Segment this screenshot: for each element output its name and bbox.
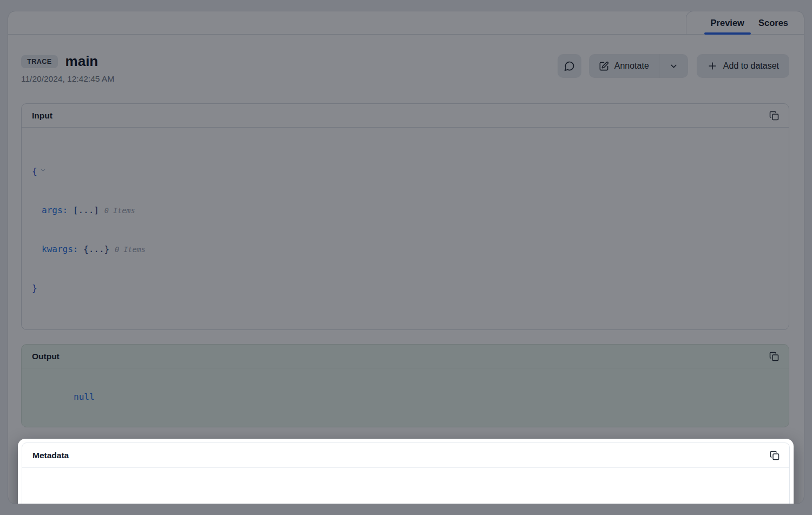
annotate-split-button: Annotate <box>589 54 688 78</box>
trace-header: TRACE main 11/20/2024, 12:42:45 AM <box>21 53 789 84</box>
output-json-viewer: null <box>22 368 789 427</box>
trace-actions: Annotate Add to dataset <box>558 54 789 78</box>
output-section-header: Output <box>22 345 789 368</box>
trace-type-badge: TRACE <box>21 55 58 68</box>
tabs-container: Preview Scores <box>686 11 804 34</box>
tab-preview[interactable]: Preview <box>704 11 751 34</box>
json-open-brace[interactable]: { <box>32 166 37 176</box>
json-key: kwargs: <box>42 244 78 254</box>
trace-timestamp: 11/20/2024, 12:42:45 AM <box>21 74 114 84</box>
output-section: Output null <box>21 344 789 427</box>
collapse-chevron-icon[interactable] <box>40 166 47 176</box>
comment-button[interactable] <box>558 54 581 78</box>
metadata-section-header: Metadata <box>22 443 789 468</box>
annotate-dropdown-button[interactable] <box>659 54 688 78</box>
metadata-section: Metadata { context: "@@@langfuseMedia:ty… <box>22 443 790 504</box>
json-collapsed-array[interactable]: [...] <box>73 205 99 215</box>
metadata-json-viewer: { context: "@@@langfuseMedia:type=applic… <box>22 468 789 504</box>
json-line: } <box>32 282 778 295</box>
square-pen-icon <box>599 61 609 71</box>
input-json-viewer: { args: [...] 0 Items kwargs: {...} 0 It… <box>22 128 789 329</box>
json-line: kwargs: {...} 0 Items <box>32 243 778 256</box>
copy-icon <box>769 111 779 121</box>
trace-detail-panel: Preview Scores TRACE main 11/20/2024, 12… <box>8 11 804 504</box>
page-title: main <box>66 53 99 70</box>
add-to-dataset-button[interactable]: Add to dataset <box>697 54 789 78</box>
trace-title-block: TRACE main 11/20/2024, 12:42:45 AM <box>21 53 114 84</box>
input-section-title: Input <box>32 111 53 121</box>
metadata-spotlight: Metadata { context: "@@@langfuseMedia:ty… <box>18 439 794 504</box>
copy-icon <box>769 352 779 361</box>
json-line: args: [...] 0 Items <box>32 204 778 217</box>
copy-input-button[interactable] <box>768 110 780 122</box>
copy-output-button[interactable] <box>768 351 780 362</box>
tab-bar: Preview Scores <box>8 11 804 35</box>
copy-metadata-button[interactable] <box>769 450 781 461</box>
speech-bubble-icon <box>564 61 575 71</box>
input-section-header: Input <box>22 104 789 128</box>
tab-scores[interactable]: Scores <box>751 11 795 34</box>
metadata-section-title: Metadata <box>32 451 69 460</box>
json-item-count: 0 Items <box>104 206 135 215</box>
copy-icon <box>770 451 780 460</box>
json-null-value: null <box>74 392 95 402</box>
json-item-count: 0 Items <box>115 245 146 254</box>
json-collapsed-object[interactable]: {...} <box>83 244 109 254</box>
annotate-button[interactable]: Annotate <box>589 54 659 78</box>
json-line: { <box>32 164 778 178</box>
add-to-dataset-label: Add to dataset <box>723 61 779 71</box>
plus-icon <box>707 61 718 71</box>
output-section-title: Output <box>32 352 60 361</box>
json-key: args: <box>42 205 68 215</box>
input-section: Input { args: [...] 0 Items kwargs: {...… <box>21 103 789 330</box>
trace-content: TRACE main 11/20/2024, 12:42:45 AM <box>8 53 804 504</box>
chevron-down-icon <box>669 62 678 71</box>
annotate-label: Annotate <box>614 61 649 71</box>
json-close-brace: } <box>32 283 37 293</box>
